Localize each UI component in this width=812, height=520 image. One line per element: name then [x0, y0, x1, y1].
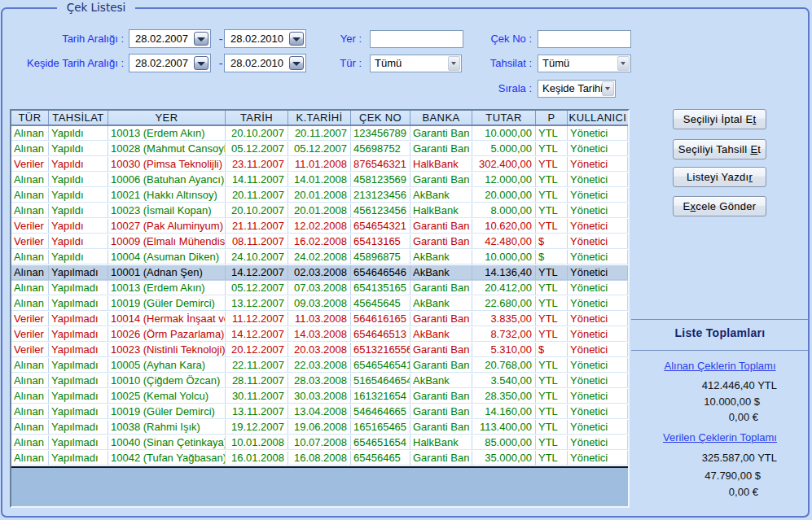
- cell-banka: Garanti Ban: [410, 343, 472, 357]
- column-header-yer[interactable]: YER: [108, 111, 226, 125]
- cell-kullanici: Yönetici: [568, 188, 628, 203]
- table-row[interactable]: AlınanYapıldı10021 (Hakkı Altınsoy)20.11…: [11, 188, 628, 203]
- table-row[interactable]: VerilerYapıldı10009 (Elmalı Mühendislik)…: [11, 234, 628, 250]
- cell-tutar: 42.480,00: [472, 234, 536, 249]
- verilen-toplami-link[interactable]: Verilen Çeklerin Toplamı: [631, 431, 809, 444]
- tahsilat-dropdown-button[interactable]: [617, 56, 630, 71]
- tarih-from-dropdown-button[interactable]: [194, 32, 208, 46]
- keside-to-dropdown-button[interactable]: [289, 56, 304, 70]
- table-row[interactable]: AlınanYapılmadı10005 (Ayhan Kara)22.11.2…: [11, 358, 628, 374]
- yer-input[interactable]: [370, 30, 463, 48]
- print-list-button[interactable]: Listeyi Yazdır: [673, 167, 766, 187]
- sirala-combobox[interactable]: Keşide Tarihi: [538, 80, 616, 98]
- tur-dropdown-button[interactable]: [448, 56, 460, 71]
- column-header-tutar[interactable]: TUTAR: [472, 111, 536, 125]
- grid-end-line: [11, 466, 628, 468]
- cell-tutar: 20.412,00: [472, 281, 536, 295]
- keside-from-dropdown-button[interactable]: [194, 56, 208, 70]
- cell-tarih: 20.11.2007: [226, 188, 288, 203]
- cell-cek_no: 6546546541: [351, 358, 410, 373]
- total-value: 412.446,40 YTL: [631, 379, 777, 391]
- table-row[interactable]: AlınanYapıldı10006 (Batuhan Ayancı)14.11…: [11, 173, 628, 188]
- column-header-k_tarihi[interactable]: K.TARİHİ: [288, 111, 351, 125]
- cell-p: YTL: [536, 358, 568, 373]
- cek-no-input[interactable]: [538, 30, 631, 48]
- cell-cek_no: 45896875: [351, 250, 410, 264]
- table-row[interactable]: AlınanYapıldı10013 (Erdem Akın)20.10.200…: [11, 126, 628, 142]
- tarih-from-picker[interactable]: 28.02.2007: [129, 29, 211, 48]
- cell-tahsilat: Yapılmadı: [49, 451, 108, 465]
- table-row[interactable]: AlınanYapılmadı10038 (Rahmi Işık)19.12.2…: [11, 420, 628, 435]
- tur-combobox[interactable]: Tümü: [370, 55, 462, 72]
- chevron-down-icon: [292, 37, 301, 42]
- totals-title: Liste Toplamları: [631, 327, 809, 339]
- sirala-dropdown-button[interactable]: [602, 81, 614, 96]
- cell-p: $: [536, 234, 568, 249]
- cell-tutar: 10.000,00: [472, 250, 536, 264]
- table-row[interactable]: AlınanYapılmadı10019 (Güler Demirci)13.1…: [11, 404, 628, 420]
- cell-tahsilat: Yapıldı: [49, 142, 108, 156]
- tarih-to-picker[interactable]: 28.02.2010: [224, 29, 306, 48]
- cell-tahsilat: Yapılmadı: [49, 312, 108, 326]
- table-row[interactable]: VerilerYapıldı10030 (Pimsa Teknolijli)23…: [11, 157, 628, 173]
- table-row[interactable]: VerilerYapılmadı10014 (Hermak İnşaat ve)…: [11, 312, 628, 327]
- cell-p: YTL: [536, 451, 568, 465]
- export-excel-button[interactable]: Excele Gönder: [673, 196, 766, 216]
- table-row[interactable]: VerilerYapılmadı10023 (Nistinli Teknoloj…: [11, 343, 628, 358]
- cell-banka: AkBank: [410, 250, 472, 264]
- table-row[interactable]: AlınanYapıldı10023 (İsmail Kopan)20.10.2…: [11, 203, 628, 219]
- cell-tutar: 14.160,00: [472, 404, 536, 419]
- cell-tarih: 24.10.2007: [226, 250, 288, 264]
- table-row[interactable]: AlınanYapılmadı10013 (Erdem Akın)05.12.2…: [11, 281, 628, 296]
- collect-selected-button[interactable]: Seçiliyi Tahsill Et: [673, 139, 766, 159]
- column-header-tahsilat[interactable]: TAHSİLAT: [49, 111, 108, 125]
- cell-tahsilat: Yapıldı: [49, 250, 108, 264]
- cell-tahsilat: Yapılmadı: [49, 389, 108, 404]
- cell-yer: 10040 (Sinan Çetinkaya): [108, 435, 226, 450]
- cell-cek_no: 123456789: [351, 126, 410, 141]
- cell-k_tarihi: 19.06.2008: [288, 420, 351, 435]
- table-row[interactable]: AlınanYapılmadı10010 (Çiğdem Özcan)28.11…: [11, 374, 628, 389]
- cell-cek_no: 654135165: [351, 281, 410, 295]
- cell-yer: 10019 (Güler Demirci): [108, 404, 226, 419]
- column-header-tur[interactable]: TÜR: [11, 111, 49, 125]
- tarih-from-value: 28.02.2007: [135, 30, 192, 47]
- table-row[interactable]: VerilerYapılmadı10026 (Örm Pazarlama)14.…: [11, 327, 628, 343]
- tarih-to-dropdown-button[interactable]: [289, 32, 304, 46]
- cell-tur: Veriler: [11, 157, 49, 172]
- column-header-banka[interactable]: BANKA: [410, 111, 472, 125]
- column-header-cek_no[interactable]: ÇEK NO: [351, 111, 410, 125]
- alinan-toplami-link[interactable]: Alınan Çeklerin Toplamı: [631, 360, 809, 372]
- table-row[interactable]: AlınanYapıldı10028 (Mahmut Cansoylu)05.1…: [11, 142, 628, 157]
- table-row[interactable]: AlınanYapılmadı10025 (Kemal Yolcu)30.11.…: [11, 389, 628, 404]
- column-header-p[interactable]: P: [536, 111, 568, 125]
- cell-tutar: 3.835,00: [472, 312, 536, 326]
- cell-tarih: 28.11.2007: [226, 374, 288, 388]
- table-row[interactable]: AlınanYapılmadı10040 (Sinan Çetinkaya)10…: [11, 435, 628, 451]
- cell-banka: HalkBank: [410, 157, 472, 172]
- keside-from-picker[interactable]: 28.02.2007: [129, 54, 211, 72]
- chevron-down-icon: [197, 62, 205, 66]
- column-header-tarih[interactable]: TARİH: [226, 111, 288, 125]
- cell-k_tarihi: 07.03.2008: [288, 281, 351, 295]
- keside-to-picker[interactable]: 28.02.2010: [224, 54, 306, 72]
- cell-kullanici: Yönetici: [568, 404, 628, 419]
- table-row[interactable]: AlınanYapılmadı10042 (Tufan Yağbasan)16.…: [11, 451, 628, 466]
- table-row[interactable]: AlınanYapılmadı10019 (Güler Demirci)13.1…: [11, 296, 628, 312]
- groupbox-title: Çek Listesi: [57, 0, 135, 15]
- cell-banka: Garanti Ban: [410, 312, 472, 326]
- cancel-selected-button[interactable]: Seçiliyi İptal Et: [673, 109, 766, 129]
- table-row[interactable]: VerilerYapıldı10027 (Pak Aluminyum)21.11…: [11, 219, 628, 234]
- cell-tutar: 10.620,00: [472, 219, 536, 234]
- table-row[interactable]: AlınanYapıldı10004 (Asuman Diken)24.10.2…: [11, 250, 628, 265]
- table-row-selected[interactable]: AlınanYapılmadı10001 (Adnan Şen)14.12.20…: [11, 265, 628, 281]
- tahsilat-combobox[interactable]: Tümü: [538, 55, 631, 72]
- button-mnemonic: E: [750, 143, 757, 155]
- cell-tarih: 05.12.2007: [226, 281, 288, 295]
- column-header-kullanici[interactable]: KULLANICI: [568, 111, 628, 125]
- cell-tahsilat: Yapılmadı: [49, 343, 108, 357]
- cell-tur: Alınan: [11, 435, 49, 450]
- cell-kullanici: Yönetici: [568, 343, 628, 357]
- cell-tahsilat: Yapıldı: [49, 126, 108, 141]
- cell-kullanici: Yönetici: [568, 312, 628, 326]
